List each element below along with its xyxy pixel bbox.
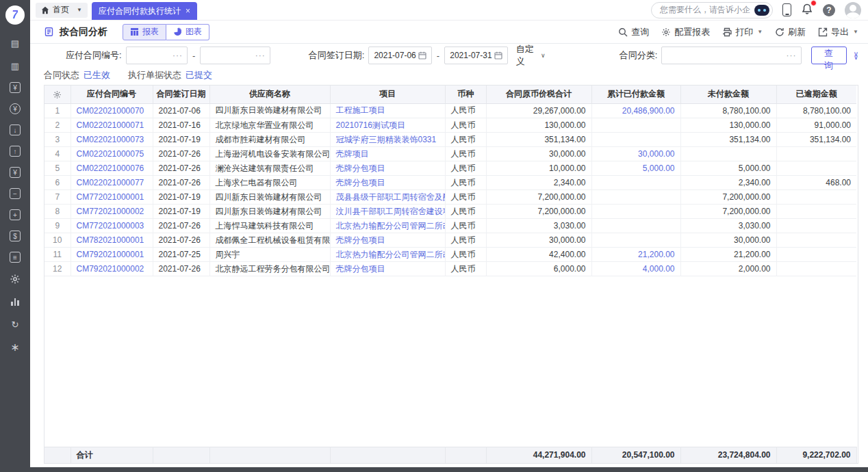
paid-amount-link[interactable]: 4,000.00 <box>591 262 680 276</box>
column-gear-icon[interactable] <box>53 90 62 99</box>
table-row[interactable]: 4CM0220210000752021-07-26上海逊河机电设备安装有限公司壳… <box>44 147 856 161</box>
payout-out-icon[interactable]: ↑ <box>10 146 21 157</box>
archive-icon[interactable]: ▤ <box>9 37 21 49</box>
date-to-input[interactable]: 2021-07-31 <box>444 47 507 64</box>
table-row[interactable]: 10CM7820210000012021-07-26成都佩全工程机械设备租赁有限… <box>44 233 856 248</box>
contract-no-link[interactable]: CM772021000003 <box>71 219 153 233</box>
billing-icon[interactable]: − <box>10 188 21 199</box>
picker-ellipsis-icon[interactable]: ··· <box>787 51 797 60</box>
table-row[interactable]: 9CM7720210000032021-07-26上海悍马建筑科技有限公司北京热… <box>44 219 856 233</box>
contract-no-link[interactable]: CM022021000070 <box>71 104 153 118</box>
app-logo[interactable]: 7 <box>5 5 25 25</box>
table-row[interactable]: 1CM0220210000702021-07-06四川新东日装饰建材有限公司工程… <box>44 104 856 118</box>
project-link[interactable]: 北京热力输配分公司管网二所改造项目 <box>330 219 445 233</box>
date-mode-select[interactable]: 自定义∨ <box>516 43 546 68</box>
mobile-icon[interactable] <box>782 3 791 16</box>
toggle-chart-button[interactable]: 图表 <box>166 24 209 40</box>
contract-doc-icon[interactable]: ▥ <box>9 60 21 72</box>
date-from-input[interactable]: 2021-07-06 <box>368 47 431 64</box>
paid-amount-link[interactable]: 20,486,900.00 <box>591 104 680 118</box>
contract-no-link[interactable]: CM792021000001 <box>71 248 153 262</box>
bar-chart-icon[interactable] <box>9 296 21 308</box>
contract-no-link[interactable]: CM022021000073 <box>71 133 153 147</box>
project-link[interactable]: 汶川县干部职工周转宿舍建设项目 <box>330 205 445 219</box>
settings-gear-icon[interactable] <box>9 273 21 285</box>
avatar[interactable] <box>845 2 861 18</box>
print-action[interactable]: 打印▼ <box>722 26 763 38</box>
contract-no-link[interactable]: CM022021000077 <box>71 176 153 190</box>
help-icon[interactable]: ? <box>823 4 835 16</box>
project-link[interactable]: 冠城学府三期精装装饰0331 <box>330 133 445 147</box>
category-input[interactable]: ··· <box>661 47 801 64</box>
table-row[interactable]: 12CM7920210000022021-07-26北京静远工程劳务分包有限公司… <box>44 262 856 276</box>
toggle-report-button[interactable]: 报表 <box>123 24 166 40</box>
picker-ellipsis-icon[interactable]: ··· <box>255 51 266 60</box>
history-clock-icon[interactable]: ↻ <box>9 318 21 330</box>
overdue-amount-cell <box>776 205 856 219</box>
header-unpaid[interactable]: 未付款金额 <box>680 86 776 103</box>
paid-amount-link[interactable]: 5,000.00 <box>591 161 680 176</box>
header-total[interactable]: 合同原币价税合计 <box>486 86 591 103</box>
header-paid[interactable]: 累计已付款金额 <box>591 86 680 103</box>
project-link[interactable]: 20210716测试项目 <box>330 118 445 133</box>
chevron-down-icon[interactable]: ▼ <box>77 7 82 13</box>
ledger-icon[interactable]: $ <box>10 231 21 241</box>
contract-no-link[interactable]: CM772021000001 <box>71 190 153 205</box>
query-button[interactable]: 查询 <box>811 47 847 64</box>
project-link[interactable]: 壳牌分包项目 <box>330 161 445 176</box>
contract-no-to-input[interactable]: ··· <box>200 47 270 64</box>
calculator-icon[interactable]: + <box>10 209 21 220</box>
project-link[interactable]: 壳牌分包项目 <box>330 176 445 190</box>
header-project[interactable]: 项目 <box>330 86 445 103</box>
project-link[interactable]: 壳牌分包项目 <box>330 262 445 276</box>
collapse-double-chevron-icon[interactable]: ∨∨ <box>854 52 858 59</box>
query-action[interactable]: 查询 <box>618 26 649 38</box>
cash-journal-icon[interactable]: ¥ <box>10 82 21 93</box>
contract-no-link[interactable]: CM022021000075 <box>71 147 153 161</box>
contract-no-link[interactable]: CM782021000001 <box>71 233 153 248</box>
export-action[interactable]: 导出▼ <box>818 26 858 38</box>
paid-amount-link[interactable]: 21,200.00 <box>591 248 680 262</box>
header-contract-no[interactable]: 应付合同编号 <box>71 86 153 103</box>
project-link[interactable]: 茂县县级干部职工周转宿舍及配套设施 <box>330 190 445 205</box>
tab-home[interactable]: 首页 ▼ <box>36 3 88 18</box>
refresh-action[interactable]: 刷新 <box>775 26 806 38</box>
table-row[interactable]: 8CM7720210000022021-07-19四川新东日装饰建材有限公司汶川… <box>44 205 856 219</box>
report-icon[interactable]: ≡ <box>10 252 21 263</box>
table-row[interactable]: 6CM0220210000772021-07-26上海求仁电器有限公司壳牌分包项… <box>44 176 856 190</box>
header-supplier[interactable]: 供应商名称 <box>209 86 330 103</box>
header-currency[interactable]: 币种 <box>445 86 486 103</box>
project-link[interactable]: 北京热力输配分公司管网二所改造项目 <box>330 248 445 262</box>
table-row[interactable]: 3CM0220210000732021-07-19成都市胜莉建材有限公司冠城学府… <box>44 133 856 147</box>
paid-amount-link[interactable]: 30,000.00 <box>591 147 680 161</box>
table-row[interactable]: 2CM0220210000712021-07-16北京绿地京华置业有限公司202… <box>44 118 856 133</box>
paid-amount-link <box>591 118 680 133</box>
invoice-icon[interactable]: ¥ <box>10 167 21 178</box>
picker-ellipsis-icon[interactable]: ··· <box>173 51 183 60</box>
column-settings-header[interactable] <box>44 86 71 103</box>
contract-no-link[interactable]: CM022021000076 <box>71 161 153 176</box>
table-row[interactable]: 7CM7720210000012021-07-19四川新东日装饰建材有限公司茂县… <box>44 190 856 205</box>
header-sign-date[interactable]: 合同签订日期 <box>153 86 209 103</box>
configure-report-action[interactable]: 配置报表 <box>661 26 710 38</box>
close-tab-icon[interactable]: × <box>186 6 190 16</box>
collection-in-icon[interactable]: ↓ <box>10 124 21 135</box>
contract-no-link[interactable]: CM022021000071 <box>71 118 153 133</box>
contract-no-link[interactable]: CM792021000002 <box>71 262 153 276</box>
table-row[interactable]: 11CM7920210000012021-07-25周兴宇北京热力输配分公司管网… <box>44 248 856 262</box>
table-row[interactable]: 5CM0220210000762021-07-26澜沧兴达建筑有限责任公司壳牌分… <box>44 161 856 176</box>
project-link[interactable]: 壳牌分包项目 <box>330 233 445 248</box>
total-amount-cell: 30,000.00 <box>486 147 591 161</box>
contract-no-link[interactable]: CM772021000002 <box>71 205 153 219</box>
project-link[interactable]: 壳牌项目 <box>330 147 445 161</box>
tab-active[interactable]: 应付合同付款执行统计 × <box>92 2 197 20</box>
notification-bell-icon[interactable] <box>801 3 813 18</box>
payment-hand-icon[interactable]: ¥ <box>10 103 21 114</box>
contract-no-from-input[interactable]: ··· <box>126 47 188 64</box>
header-overdue[interactable]: 已逾期金额 <box>776 86 856 103</box>
asterisk-icon[interactable]: ∗ <box>9 341 21 353</box>
doc-status-link[interactable]: 已提交 <box>186 70 212 80</box>
project-link[interactable]: 工程施工项目 <box>330 104 445 118</box>
assistant-search-input[interactable]: 您需要什么，请告诉小企 <box>651 2 773 18</box>
contract-status-link[interactable]: 已生效 <box>84 70 110 80</box>
